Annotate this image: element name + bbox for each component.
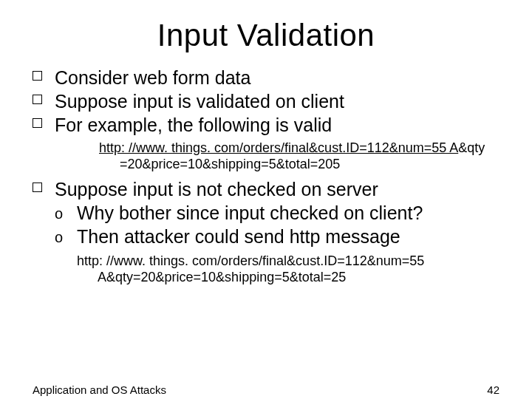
url-example-2: http: //www. things. com/orders/final&cu… [55, 253, 502, 285]
square-bullet-icon [33, 95, 42, 104]
bullet-4: Suppose input is not checked on server [33, 178, 502, 200]
slide: Input Validation Consider web form data … [0, 18, 532, 399]
slide-title: Input Validation [0, 18, 532, 53]
bullet-2: Suppose input is validated on client [33, 90, 502, 112]
sub-bullet-1: o Why bother since input checked on clie… [55, 202, 502, 224]
bullet-3: For example, the following is valid [33, 114, 502, 136]
bullet-text: Consider web form data [55, 67, 250, 88]
page-number: 42 [487, 383, 499, 396]
circle-bullet-icon: o [55, 205, 63, 222]
circle-bullet-icon: o [55, 228, 63, 246]
square-bullet-icon [33, 183, 42, 192]
bullet-1: Consider web form data [33, 66, 502, 89]
url-text-tail: =20&price=10&shipping=5&total=25 [133, 270, 346, 284]
bullet-text: Suppose input is validated on client [55, 91, 344, 112]
url-text-underlined: http: //www. things. com/orders/final&cu… [99, 140, 458, 155]
sub-bullet-text: Why bother since input checked on client… [77, 202, 423, 223]
bullet-text: Suppose input is not checked on server [55, 179, 378, 200]
url-example-1: http: //www. things. com/orders/final&cu… [75, 140, 502, 172]
sub-bullet-text: Then attacker could send http message [77, 226, 400, 247]
square-bullet-icon [33, 71, 42, 81]
square-bullet-icon [33, 118, 42, 128]
footer-left: Application and OS Attacks [33, 383, 166, 396]
sub-bullet-2: o Then attacker could send http message [55, 225, 502, 248]
bullet-text: For example, the following is valid [55, 115, 332, 135]
slide-content: Consider web form data Suppose input is … [33, 66, 502, 285]
